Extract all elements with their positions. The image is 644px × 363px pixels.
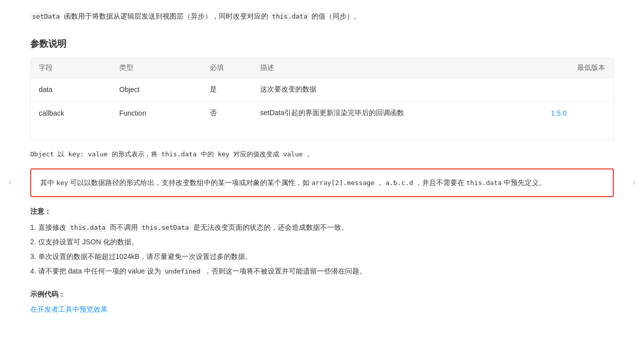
row-version-callback: 1.5.0 [543, 102, 613, 125]
table-row: data Object 是 这次要改变的数据 [31, 78, 613, 102]
row-field-callback: callback [31, 102, 111, 125]
row-version-data [543, 78, 613, 102]
abcd-code: a.b.c.d [385, 179, 413, 187]
row-type-data: Object [111, 78, 202, 102]
row-type-callback: Function [111, 102, 202, 125]
nav-next-arrow[interactable]: › [632, 176, 636, 188]
key-code: key [56, 179, 68, 187]
thisdata-note: this.data [68, 223, 107, 232]
highlight-box: 其中 key 可以以数据路径的形式给出，支持改变数组中的某一项或对象的某个属性，… [30, 168, 614, 197]
table-row: callback Function 否 setData引起的界面更新渲染完毕后的… [31, 102, 613, 125]
row-desc-data: 这次要改变的数据 [252, 78, 543, 102]
note-title: 注意： [30, 207, 614, 216]
list-item: 请不要把 data 中任何一项的 value 设为 undefined ，否则这… [30, 265, 614, 278]
col-header-version: 最低版本 [543, 58, 613, 78]
list-item: 直接修改 this.data 而不调用 this.setData 是无法改变页面… [30, 221, 614, 234]
note-list: 直接修改 this.data 而不调用 this.setData 是无法改变页面… [30, 221, 614, 278]
highlight-text: 其中 key 可以以数据路径的形式给出，支持改变数组中的某一项或对象的某个属性，… [40, 178, 546, 187]
thisdata-code3: this.data [466, 179, 502, 187]
thisdata-code2: this.data [162, 150, 197, 158]
list-item: 仅支持设置可 JSON 化的数据。 [30, 236, 614, 248]
row-desc-callback: setData引起的界面更新渲染完毕后的回调函数 [252, 102, 543, 125]
version-link[interactable]: 1.5.0 [551, 109, 567, 117]
params-section-title: 参数说明 [30, 38, 614, 50]
col-header-type: 类型 [111, 58, 202, 78]
code-description: Object 以 key: value 的形式表示，将 this.data 中的… [30, 148, 614, 160]
intro-text-middle1: 函数用于将数据从逻辑层发送到视图层（异步），同时改变对应的 [64, 12, 270, 20]
example-title: 示例代码： [30, 290, 614, 299]
thisdata-code: this.data [270, 12, 309, 21]
params-table-wrapper: 字段 类型 必填 描述 最低版本 data Object 是 这次要改变的数据 … [30, 58, 614, 140]
intro-text: setData 函数用于将数据从逻辑层发送到视图层（异步），同时改变对应的 th… [30, 10, 614, 23]
code-text2: 中的 key 对应的值改变成 value 。 [201, 150, 313, 158]
list-item: 单次设置的数据不能超过1024kB，请尽量避免一次设置过多的数据。 [30, 250, 614, 263]
array-code: array[2].message [311, 179, 374, 187]
col-header-desc: 描述 [252, 58, 543, 78]
col-header-required: 必填 [202, 58, 252, 78]
thissetdata-note: this.setData [140, 223, 191, 232]
row-required-callback: 否 [202, 102, 252, 125]
row-required-data: 是 [202, 78, 252, 102]
params-table: 字段 类型 必填 描述 最低版本 data Object 是 这次要改变的数据 … [31, 58, 613, 125]
undefined-code: undefined [163, 267, 202, 276]
setdata-code: setData [30, 12, 62, 21]
row-field-data: data [31, 78, 111, 102]
dev-tools-link[interactable]: 在开发者工具中预览效果 [30, 305, 108, 313]
col-header-field: 字段 [31, 58, 111, 78]
intro-text-suffix: 的值（同步）。 [311, 12, 361, 20]
code-text1: 以 key: value 的形式表示，将 [58, 150, 162, 158]
nav-prev-arrow[interactable]: ‹ [8, 176, 12, 188]
object-code: Object [30, 150, 54, 158]
